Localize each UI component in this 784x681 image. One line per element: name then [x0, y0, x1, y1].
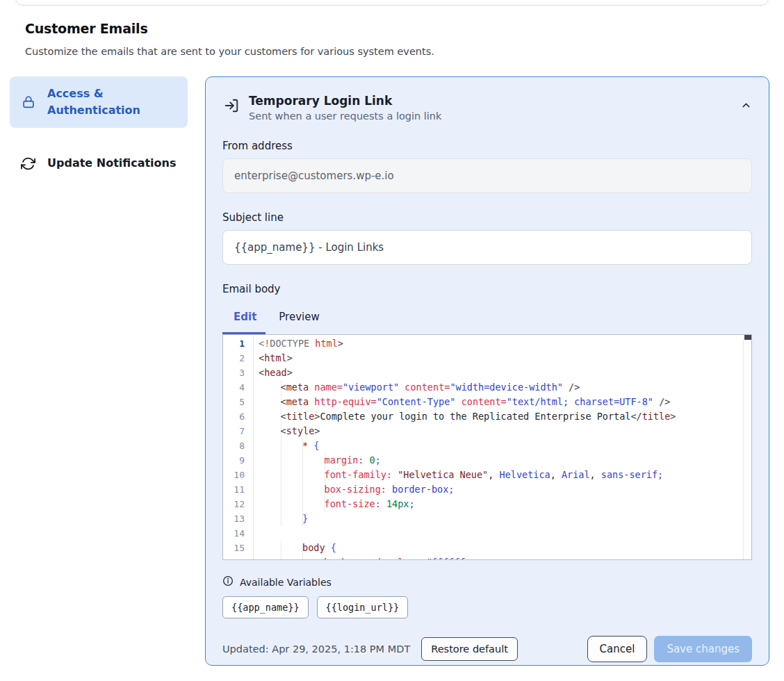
line-number: 6 — [223, 409, 254, 424]
line-number: 15 — [223, 541, 254, 555]
editor-scrollbar[interactable] — [743, 335, 751, 559]
subject-line-input[interactable]: {{app_name}} - Login Links — [222, 230, 752, 265]
tab-edit[interactable]: Edit — [222, 306, 268, 327]
email-body-tabs: Edit Preview — [222, 306, 752, 327]
code-line[interactable]: 15body { — [223, 541, 751, 555]
variable-chip-login-url[interactable]: {{login_url}} — [317, 596, 409, 618]
code-line[interactable]: 2<html> — [223, 351, 751, 366]
line-number: 11 — [223, 482, 254, 497]
editor-wrap: 1<!DOCTYPE html>2<html>3<head>4<meta nam… — [222, 334, 752, 560]
email-types-sidebar: Access & Authentication Update Notificat… — [10, 76, 188, 181]
info-icon — [222, 575, 234, 589]
code-editor-lines: 1<!DOCTYPE html>2<html>3<head>4<meta nam… — [223, 336, 751, 560]
code-line[interactable]: 4<meta name="viewport" content="width=de… — [223, 380, 751, 395]
code-line[interactable]: 12font-size: 14px; — [223, 497, 751, 511]
panel-header-text: Temporary Login Link Sent when a user re… — [249, 94, 441, 122]
tab-preview[interactable]: Preview — [268, 306, 330, 327]
line-number: 9 — [223, 453, 254, 468]
temporary-login-link-panel: Temporary Login Link Sent when a user re… — [205, 76, 769, 666]
panel-footer: Updated: Apr 29, 2025, 1:18 PM MDT Resto… — [222, 636, 752, 662]
line-number: 2 — [223, 351, 254, 366]
code-line[interactable]: 7<style> — [223, 424, 751, 438]
code-editor[interactable]: 1<!DOCTYPE html>2<html>3<head>4<meta nam… — [222, 334, 752, 560]
code-line[interactable]: 5<meta http-equiv="Content-Type" content… — [223, 395, 751, 409]
panel-subtitle: Sent when a user requests a login link — [249, 110, 441, 122]
line-number: 12 — [223, 497, 254, 511]
editor-scrollbar-thumb[interactable] — [744, 335, 751, 340]
email-body-label: Email body — [222, 283, 752, 295]
active-tab-underline — [222, 332, 266, 334]
restore-default-button[interactable]: Restore default — [421, 637, 518, 661]
code-line[interactable]: 10font-family: "Helvetica Neue", Helveti… — [223, 468, 751, 482]
code-line[interactable]: 9margin: 0; — [223, 453, 751, 468]
code-line[interactable]: 3<head> — [223, 366, 751, 380]
from-address-input[interactable]: enterprise@customers.wp-e.io — [222, 158, 752, 193]
line-number: 8 — [223, 438, 254, 453]
line-number: 4 — [223, 380, 254, 395]
sidebar-item-update-notifications[interactable]: Update Notifications — [10, 146, 188, 181]
code-line[interactable]: 14 — [223, 526, 751, 541]
code-line[interactable]: 8* { — [223, 438, 751, 453]
code-line[interactable]: 13} — [223, 511, 751, 526]
variable-chips: {{app_name}} {{login_url}} — [222, 596, 752, 618]
line-number: 10 — [223, 468, 254, 482]
available-variables-label: Available Variables — [240, 577, 332, 588]
panel-header: Temporary Login Link Sent when a user re… — [222, 94, 752, 122]
customer-emails-page: Customer Emails Customize the emails tha… — [0, 0, 784, 681]
subject-line-label: Subject line — [222, 211, 752, 224]
code-line[interactable]: 16background-color: #ffffff; — [223, 555, 751, 560]
chevron-up-icon[interactable] — [740, 99, 752, 114]
panel-title: Temporary Login Link — [249, 94, 441, 108]
code-line[interactable]: 11box-sizing: border-box; — [223, 482, 751, 497]
page-description: Customize the emails that are sent to yo… — [25, 46, 434, 57]
sidebar-item-access-authentication[interactable]: Access & Authentication — [10, 76, 188, 128]
available-variables-header: Available Variables — [222, 575, 752, 589]
line-number: 3 — [223, 366, 254, 380]
line-number: 13 — [223, 511, 254, 526]
variable-chip-app-name[interactable]: {{app_name}} — [222, 596, 309, 618]
line-number: 16 — [223, 555, 254, 560]
sidebar-item-label: Access & Authentication — [47, 85, 177, 119]
line-number: 5 — [223, 395, 254, 409]
code-line[interactable]: 1<!DOCTYPE html> — [223, 336, 751, 351]
previous-card-edge — [15, 0, 769, 6]
cancel-button[interactable]: Cancel — [587, 636, 648, 662]
updated-timestamp: Updated: Apr 29, 2025, 1:18 PM MDT — [222, 643, 410, 655]
sidebar-item-label: Update Notifications — [47, 155, 176, 172]
refresh-icon — [21, 156, 36, 171]
page-title: Customer Emails — [25, 21, 148, 36]
line-number: 1 — [223, 336, 254, 351]
code-line[interactable]: 6<title>Complete your login to the Repli… — [223, 409, 751, 424]
line-number: 7 — [223, 424, 254, 438]
lock-icon — [21, 95, 36, 110]
save-changes-button[interactable]: Save changes — [654, 636, 752, 662]
login-icon — [224, 98, 239, 116]
line-number: 14 — [223, 526, 254, 541]
from-address-label: From address — [222, 140, 752, 152]
